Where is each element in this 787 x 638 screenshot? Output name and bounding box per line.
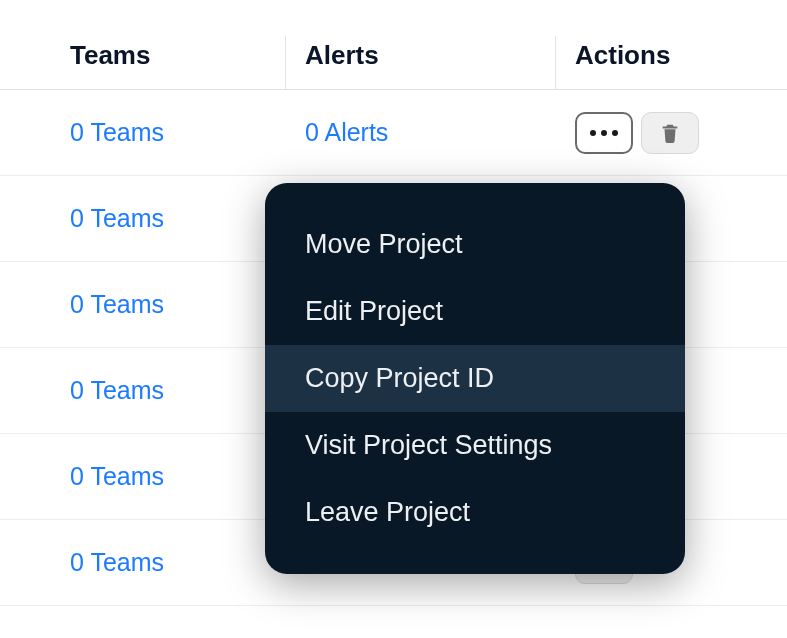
teams-link[interactable]: 0 Teams — [70, 548, 164, 576]
table-row: 0 Teams0 Alerts — [0, 90, 787, 176]
separator — [555, 36, 556, 89]
teams-link[interactable]: 0 Teams — [70, 290, 164, 318]
alerts-link[interactable]: 0 Alerts — [305, 118, 388, 146]
header-actions: Actions — [575, 40, 670, 70]
ellipsis-icon — [590, 130, 618, 136]
table-header-row: Teams Alerts Actions — [0, 40, 787, 90]
delete-button[interactable] — [641, 112, 699, 154]
header-teams: Teams — [70, 40, 150, 70]
teams-link[interactable]: 0 Teams — [70, 462, 164, 490]
dropdown-item[interactable]: Move Project — [265, 211, 685, 278]
project-actions-dropdown: Move ProjectEdit ProjectCopy Project IDV… — [265, 183, 685, 574]
dropdown-item[interactable]: Visit Project Settings — [265, 412, 685, 479]
dropdown-item[interactable]: Edit Project — [265, 278, 685, 345]
teams-link[interactable]: 0 Teams — [70, 376, 164, 404]
more-actions-button[interactable] — [575, 112, 633, 154]
teams-link[interactable]: 0 Teams — [70, 204, 164, 232]
trash-icon — [659, 121, 681, 145]
dropdown-item[interactable]: Copy Project ID — [265, 345, 685, 412]
teams-link[interactable]: 0 Teams — [70, 118, 164, 146]
separator — [285, 36, 286, 89]
dropdown-item[interactable]: Leave Project — [265, 479, 685, 546]
header-alerts: Alerts — [305, 40, 379, 70]
